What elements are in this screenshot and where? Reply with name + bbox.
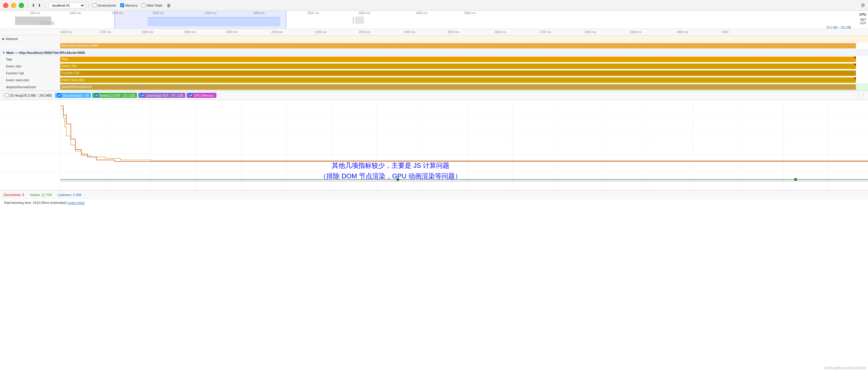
- interaction-bar[interactable]: interaction type:click id:959: [60, 43, 856, 48]
- gpu-legend[interactable]: GPU Memory: [187, 93, 216, 98]
- status-bar: Documents: 3 Nodes: 12 730 Listeners: 3 …: [0, 190, 868, 199]
- task-label: Task: [0, 56, 60, 63]
- detail-tick: 2500 ms: [447, 30, 459, 34]
- trash-icon[interactable]: 🗑: [167, 3, 171, 8]
- detail-tick: 2800 ms: [585, 30, 596, 34]
- detail-tick: 2100 ms: [271, 30, 283, 34]
- react-click-bar[interactable]: Event: react-click: [60, 77, 856, 83]
- detail-tick: 2700 ms: [539, 30, 551, 34]
- collapse-icon[interactable]: ▶: [2, 37, 4, 40]
- detail-tick: 2600 ms: [494, 30, 506, 34]
- collapse-icon[interactable]: ▼: [2, 51, 5, 54]
- screenshots-checkbox-item[interactable]: Screenshots: [93, 3, 116, 7]
- divider2: [45, 2, 45, 8]
- event-click-text: Event: click: [61, 64, 77, 68]
- web-vitals-checkbox-item[interactable]: Web Vitals: [142, 3, 162, 7]
- task-bar[interactable]: Task: [60, 57, 856, 62]
- task-content[interactable]: Task: [60, 56, 868, 63]
- listeners-checkbox[interactable]: [141, 93, 145, 97]
- nodes-legend[interactable]: Nodes[12 505 – 22 133]: [92, 93, 137, 98]
- memory-line-label: 70.2 MB – 291 MB: [826, 26, 851, 29]
- function-call-label-text: Function Call: [6, 72, 24, 75]
- detail-tick: 2300 ms: [359, 30, 370, 34]
- detail-tick: 1800 ms: [142, 30, 153, 34]
- main-label-track: ▼ Main — http://localhost:3000/?tid=RFu4…: [0, 49, 868, 56]
- clear-button[interactable]: [19, 3, 24, 8]
- task-red-marker: [854, 57, 856, 59]
- interaction-text: interaction type:click id:959: [61, 44, 98, 47]
- function-call-content[interactable]: Function Call: [60, 70, 868, 76]
- selected-region[interactable]: [115, 11, 286, 29]
- documents-status: Documents: 3: [4, 193, 24, 197]
- react-click-red-marker: [854, 77, 856, 80]
- learn-more-link[interactable]: Learn more: [67, 201, 84, 204]
- watermark: CSDN @Michael18811380328: [824, 367, 866, 370]
- network-label[interactable]: ▶ Network: [0, 36, 60, 42]
- divider1: [28, 2, 28, 8]
- nodes-checkbox[interactable]: [95, 93, 98, 97]
- function-call-label: Function Call: [0, 70, 60, 76]
- js-heap-checkbox[interactable]: [5, 93, 9, 97]
- detail-tick: 3100: [722, 30, 728, 34]
- memory-checkbox-item[interactable]: Memory: [120, 3, 137, 7]
- stop-button[interactable]: [3, 3, 8, 8]
- listeners-label: Listeners[3 407 – 97 118]: [146, 94, 183, 97]
- memory-chart-svg: [0, 100, 868, 190]
- documents-checkbox[interactable]: [58, 93, 61, 97]
- memory-chart[interactable]: 其他几项指标较少，主要是 JS 计算问题 （排除 DOM 节点渲染，GPU 动画…: [0, 100, 868, 190]
- ruler-tick: 4500 ms: [416, 11, 427, 15]
- ruler-tick: 4000 ms: [359, 11, 370, 15]
- memory-label: Memory: [125, 4, 137, 7]
- download-icon[interactable]: ⬇: [38, 3, 41, 8]
- timeline-overview[interactable]: 500 ms 1000 ms 1500 ms 2000 ms 2500 ms 3…: [0, 11, 868, 29]
- event-click-track: Event: click Event: click: [0, 63, 868, 70]
- detail-tick: 3000 ms: [677, 30, 688, 34]
- interaction-track: interaction type:click id:959: [0, 42, 868, 49]
- dispatch-content[interactable]: dispatchDiscreteEvent: [60, 84, 868, 90]
- settings-icon[interactable]: ⚙: [861, 2, 865, 8]
- js-heap-label: JS Heap[70.2 MB – 291 MB]: [10, 94, 52, 97]
- dispatch-bar[interactable]: dispatchDiscreteEvent: [60, 84, 856, 90]
- main-label[interactable]: ▼ Main — http://localhost:3000/?tid=RFu4…: [0, 49, 868, 56]
- network-content[interactable]: [60, 36, 868, 42]
- nodes-status: Nodes: 12 730: [30, 193, 52, 197]
- function-call-track: Function Call Function Call: [0, 70, 868, 77]
- documents-legend[interactable]: Documents[3 – 9]: [55, 93, 91, 98]
- task-track: Task Task: [0, 56, 868, 63]
- interaction-label: [0, 42, 60, 49]
- dispatch-label-text: dispatchDiscreteEvent: [6, 86, 36, 89]
- detail-tick: 1900 ms: [184, 30, 195, 34]
- react-click-track: Event: react-click Event: react-click: [0, 77, 868, 84]
- blocking-bar: Total blocking time: 1610.05ms (estimate…: [0, 199, 868, 206]
- reload-button[interactable]: [11, 3, 16, 8]
- ruler-tick: 3500 ms: [307, 11, 319, 15]
- detail-tick: 2900 ms: [630, 30, 641, 34]
- web-vitals-checkbox[interactable]: [142, 3, 146, 7]
- react-click-content[interactable]: Event: react-click: [60, 77, 868, 83]
- hp-label: HEP: [860, 22, 866, 25]
- event-click-bar[interactable]: Event: click: [60, 64, 856, 69]
- gpu-checkbox[interactable]: [189, 93, 193, 97]
- legend-settings-icon[interactable]: ⋮: [861, 93, 866, 98]
- upload-icon[interactable]: ⬆: [32, 3, 35, 8]
- interaction-content[interactable]: interaction type:click id:959: [60, 42, 868, 49]
- memory-checkbox[interactable]: [120, 3, 124, 7]
- dispatch-track: dispatchDiscreteEvent dispatchDiscreteEv…: [0, 84, 868, 91]
- event-click-content[interactable]: Event: click: [60, 63, 868, 70]
- detail-tick: 2000 ms: [226, 30, 238, 34]
- documents-label: Documents[3 – 9]: [62, 94, 88, 97]
- js-heap-legend[interactable]: JS Heap[70.2 MB – 291 MB]: [2, 93, 54, 98]
- legend-divider: [858, 93, 858, 98]
- net-label: NET: [860, 18, 866, 22]
- screenshots-checkbox[interactable]: [93, 3, 96, 7]
- gpu-label: GPU Memory: [194, 94, 214, 97]
- profile-select[interactable]: localhost #1: [49, 2, 85, 8]
- cpu-bar: [355, 16, 364, 24]
- function-call-bar[interactable]: Function Call: [60, 70, 856, 76]
- event-click-label: Event: click: [0, 63, 60, 70]
- ruler-tick: 500 ms: [30, 11, 40, 15]
- listeners-legend[interactable]: Listeners[3 407 – 97 118]: [138, 93, 185, 98]
- react-click-label-text: Event: react-click: [6, 78, 29, 82]
- dispatch-text: dispatchDiscreteEvent: [61, 85, 92, 89]
- divider3: [89, 2, 89, 8]
